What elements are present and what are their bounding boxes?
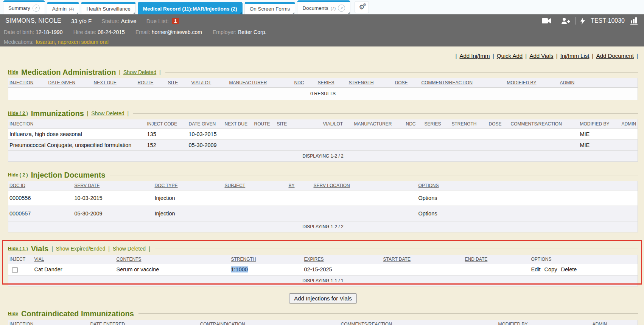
- column-header[interactable]: SERIES: [317, 78, 348, 88]
- column-header[interactable]: DATE GIVEN: [188, 119, 224, 129]
- tab-menu-fold-icon[interactable]: [76, 12, 78, 14]
- popout-icon[interactable]: ↗: [338, 5, 345, 12]
- column-header[interactable]: CONTENTS: [115, 255, 230, 264]
- column-header: INJECT: [8, 255, 33, 264]
- column-header[interactable]: MANUFACTURER: [353, 119, 405, 129]
- tab-medical-record[interactable]: Medical Record (11):MAR/Injections (2): [138, 2, 243, 14]
- hide-link[interactable]: Hide: [8, 311, 18, 316]
- inj-imm-list-link[interactable]: Inj/Imm List: [560, 53, 590, 59]
- column-header[interactable]: BY: [288, 181, 313, 190]
- column-header[interactable]: VIAL/LOT: [322, 119, 353, 129]
- show-deleted-link[interactable]: Show Deleted: [123, 69, 156, 75]
- column-header[interactable]: INJECTION: [8, 119, 146, 129]
- vial-expires: 02-15-2025: [303, 264, 382, 275]
- column-header[interactable]: NEXT DUE: [224, 119, 253, 129]
- column-header[interactable]: MANUFACTURER: [228, 78, 293, 88]
- column-header[interactable]: NDC: [405, 119, 423, 129]
- tab-menu-fold-icon[interactable]: [240, 12, 242, 14]
- pipe: |: [119, 69, 120, 75]
- column-header[interactable]: STRENGTH: [230, 255, 303, 264]
- copy-link[interactable]: Copy: [544, 266, 557, 272]
- hide-link[interactable]: Hide ( 1 ): [8, 246, 28, 251]
- column-header[interactable]: DOC TYPE: [154, 181, 224, 190]
- options-link[interactable]: Options: [418, 195, 437, 201]
- column-header[interactable]: INJECTION: [8, 320, 89, 325]
- column-header[interactable]: DATE ENTERED: [89, 320, 199, 325]
- tab-menu-fold-icon[interactable]: [348, 12, 350, 14]
- status-label: Status:: [101, 18, 119, 24]
- column-header[interactable]: EXPIRES: [303, 255, 382, 264]
- tab-menu-fold-icon[interactable]: [133, 12, 135, 14]
- hide-link[interactable]: Hide ( 2 ): [8, 172, 28, 178]
- column-header[interactable]: ROUTE: [253, 119, 276, 129]
- section-title: Immunizations: [31, 108, 84, 118]
- hide-link[interactable]: Hide ( 2 ): [8, 111, 28, 116]
- show-expired-ended-link[interactable]: Show Expired/Ended: [56, 246, 106, 252]
- tab-admin[interactable]: Admin (4): [47, 2, 79, 14]
- add-injections-for-vials-button[interactable]: Add Injections for Vials: [289, 293, 356, 303]
- edit-link[interactable]: Edit: [531, 266, 541, 272]
- column-header[interactable]: VIAL/LOT: [190, 78, 228, 88]
- tab-summary[interactable]: Summary ↗: [3, 0, 45, 14]
- add-inj-imm-link[interactable]: Add Inj/Imm: [459, 53, 490, 59]
- column-header[interactable]: INJECT CODE: [146, 119, 188, 129]
- add-person-icon[interactable]: [561, 17, 570, 24]
- column-header[interactable]: DOSE: [394, 78, 420, 88]
- column-header[interactable]: END DATE: [464, 255, 530, 264]
- column-header[interactable]: NDC: [293, 78, 317, 88]
- column-header[interactable]: SERV LOCATION: [313, 181, 417, 190]
- options-link[interactable]: Options: [418, 210, 437, 217]
- column-header[interactable]: DOSE: [488, 119, 510, 129]
- tab-on-screen-forms[interactable]: On Screen Forms: [244, 2, 296, 14]
- column-header[interactable]: SITE: [167, 78, 190, 88]
- column-header[interactable]: MODIFIED BY: [506, 78, 559, 88]
- column-header[interactable]: SUBJECT: [224, 181, 288, 190]
- column-header[interactable]: SERV DATE: [73, 181, 154, 190]
- bar-chart-icon[interactable]: [630, 17, 639, 25]
- show-deleted-link[interactable]: Show Deleted: [91, 110, 124, 116]
- medications-list-link[interactable]: losartan, naproxen sodium oral: [36, 39, 109, 45]
- show-deleted-link[interactable]: Show Deleted: [113, 246, 146, 252]
- column-header[interactable]: SERIES: [423, 119, 451, 129]
- column-header[interactable]: NEXT DUE: [93, 78, 137, 88]
- due-list-count-badge[interactable]: 1: [172, 18, 179, 24]
- lightning-bolt-icon[interactable]: [580, 17, 585, 25]
- medication-administration-table: INJECTION DATE GIVEN NEXT DUE ROUTE SITE…: [8, 78, 638, 100]
- delete-link[interactable]: Delete: [561, 266, 577, 272]
- column-header[interactable]: SITE: [276, 119, 322, 129]
- add-vials-link[interactable]: Add Vials: [529, 53, 553, 59]
- hire-date-value: 08-24-2015: [98, 29, 125, 35]
- hide-link[interactable]: Hide: [8, 70, 18, 75]
- column-header[interactable]: DATE GIVEN: [47, 78, 93, 88]
- due-list-label: Due List:: [146, 18, 169, 24]
- column-header[interactable]: START DATE: [382, 255, 464, 264]
- add-document-link[interactable]: Add Document: [596, 53, 634, 59]
- column-header[interactable]: COMMENTS/REACTION: [420, 78, 506, 88]
- column-header[interactable]: CONTRAINDICATION: [199, 320, 340, 325]
- column-header[interactable]: DOC ID: [8, 181, 73, 190]
- tab-health-surveillance[interactable]: Health Surveillance: [81, 2, 135, 14]
- section-title: Contraindicated Immunizations: [21, 309, 134, 319]
- tab-menu-fold-icon[interactable]: [292, 12, 294, 14]
- quick-add-link[interactable]: Quick Add: [497, 53, 523, 59]
- column-header[interactable]: COMMENTS/REACTION: [340, 320, 497, 325]
- column-header[interactable]: STRENGTH: [451, 119, 488, 129]
- column-header[interactable]: ADMIN: [559, 78, 638, 88]
- video-camera-icon[interactable]: [542, 18, 551, 24]
- popout-icon[interactable]: ↗: [33, 5, 40, 12]
- column-header[interactable]: OPTIONS: [417, 181, 638, 190]
- column-header[interactable]: ADMIN: [621, 119, 638, 129]
- pipe: |: [493, 53, 494, 59]
- settings-gears-button[interactable]: ⚙ ⚙: [355, 1, 369, 13]
- column-header[interactable]: VIAL: [33, 255, 115, 264]
- column-header[interactable]: ADMIN: [591, 320, 638, 325]
- tab-count: (4): [69, 7, 74, 11]
- column-header[interactable]: COMMENTS/REACTION: [510, 119, 579, 129]
- column-header[interactable]: STRENGTH: [348, 78, 394, 88]
- tab-documents[interactable]: Documents (7) ↗: [297, 0, 350, 14]
- column-header[interactable]: ROUTE: [137, 78, 167, 88]
- column-header[interactable]: MODIFIED BY: [497, 320, 591, 325]
- vial-inject-checkbox[interactable]: [12, 267, 18, 273]
- column-header[interactable]: INJECTION: [8, 78, 47, 88]
- column-header[interactable]: MODIFIED BY: [579, 119, 621, 129]
